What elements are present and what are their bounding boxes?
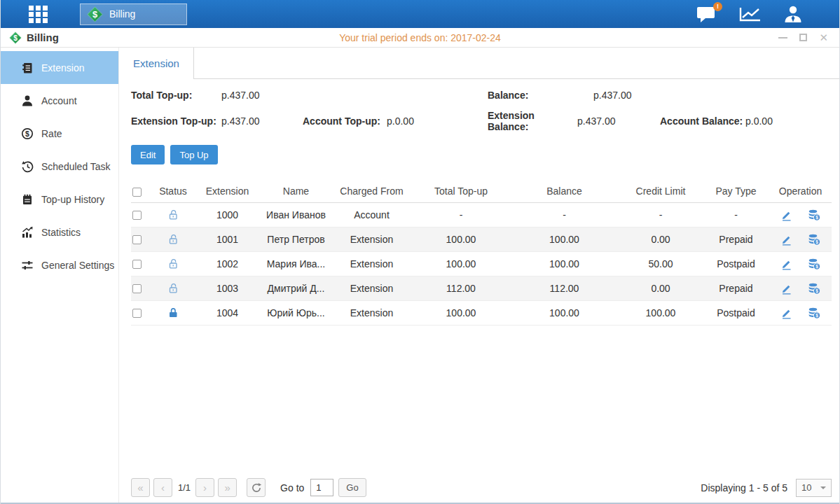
edit-row-icon[interactable] xyxy=(780,282,793,295)
app-tab-billing[interactable]: Billing xyxy=(80,4,187,25)
account-topup-label: Account Top-up: xyxy=(303,115,387,127)
tab-strip: Extension xyxy=(119,48,840,79)
col-status: Status xyxy=(152,181,194,202)
topup-row-icon[interactable] xyxy=(808,233,820,246)
col-total-topup: Total Top-up xyxy=(412,181,510,202)
cell-balance: 112.00 xyxy=(510,276,619,300)
page-indicator: 1/1 xyxy=(178,482,191,493)
edit-row-icon[interactable] xyxy=(780,258,793,270)
col-extension: Extension xyxy=(194,181,261,202)
cell-credit-limit: - xyxy=(619,202,703,227)
cell-name: Петр Петров xyxy=(261,227,331,251)
topup-row-icon[interactable] xyxy=(808,258,820,270)
table-header-row: Status Extension Name Charged From Total… xyxy=(131,181,832,202)
lock-open-icon[interactable] xyxy=(167,258,179,270)
window-title: Billing xyxy=(27,31,59,43)
lock-closed-icon[interactable] xyxy=(167,307,179,319)
topup-row-icon[interactable] xyxy=(808,282,820,295)
sidebar-item-statistics[interactable]: Statistics xyxy=(1,216,118,248)
displaying-status: Displaying 1 - 5 of 5 xyxy=(701,482,787,493)
sidebar-item-label: Account xyxy=(41,95,77,106)
cell-total-topup: - xyxy=(412,202,510,227)
topup-row-icon[interactable] xyxy=(808,209,820,221)
cell-name: Юрий Юрь... xyxy=(261,300,331,325)
lock-open-icon[interactable] xyxy=(167,209,179,221)
account-balance-label: Account Balance: xyxy=(660,115,745,127)
sidebar-item-extension[interactable]: Extension xyxy=(1,51,118,84)
sidebar-item-label: General Settings xyxy=(41,260,114,271)
col-credit-limit: Credit Limit xyxy=(619,181,703,202)
edit-row-icon[interactable] xyxy=(780,209,793,221)
tab-strip-filler xyxy=(194,48,840,79)
edit-row-icon[interactable] xyxy=(780,307,793,319)
minimize-icon[interactable] xyxy=(778,33,787,43)
goto-page-input[interactable] xyxy=(310,479,333,496)
page-size-select[interactable]: 10 xyxy=(796,479,832,497)
row-checkbox[interactable] xyxy=(132,284,142,293)
last-page-button[interactable]: » xyxy=(218,478,237,497)
extension-book-icon xyxy=(21,62,34,74)
go-button[interactable]: Go xyxy=(338,478,366,497)
chevron-down-icon xyxy=(820,486,826,492)
edit-row-icon[interactable] xyxy=(780,233,793,246)
table-row: 1002 Мария Ива... Extension 100.00 100.0… xyxy=(131,251,832,276)
maximize-icon[interactable] xyxy=(799,33,807,43)
cell-extension: 1001 xyxy=(194,227,261,251)
cell-total-topup: 100.00 xyxy=(412,227,510,251)
cell-credit-limit: 0.00 xyxy=(619,276,703,300)
top-up-button[interactable]: Top Up xyxy=(170,145,217,164)
billing-diamond-icon xyxy=(9,31,22,44)
sidebar-item-label: Extension xyxy=(41,62,84,74)
total-topup-value: p.437.00 xyxy=(221,90,303,101)
cell-total-topup: 112.00 xyxy=(412,276,510,300)
sidebar-item-account[interactable]: Account xyxy=(1,84,118,117)
sidebar-item-rate[interactable]: Rate xyxy=(1,117,118,150)
notifications-icon[interactable]: ! xyxy=(696,6,717,23)
sidebar-item-general-settings[interactable]: General Settings xyxy=(1,248,118,281)
lock-open-icon[interactable] xyxy=(167,233,179,246)
row-checkbox[interactable] xyxy=(132,211,142,220)
billing-diamond-icon xyxy=(87,6,103,22)
notepad-icon xyxy=(21,193,34,206)
topup-row-icon[interactable] xyxy=(808,307,820,319)
cell-charged-from: Extension xyxy=(331,276,412,300)
cell-credit-limit: 100.00 xyxy=(619,300,703,325)
balance-label: Balance: xyxy=(488,90,577,101)
dollar-circle-icon xyxy=(21,127,34,140)
cell-pay-type: Postpaid xyxy=(703,251,769,276)
tab-extension[interactable]: Extension xyxy=(119,48,194,79)
apps-grid-icon[interactable] xyxy=(27,5,49,24)
cell-pay-type: Prepaid xyxy=(703,227,769,251)
cell-balance: 100.00 xyxy=(510,227,619,251)
trial-notice: Your trial period ends on: 2017-02-24 xyxy=(339,32,501,43)
cell-charged-from: Extension xyxy=(331,300,412,325)
close-icon[interactable]: ✕ xyxy=(819,33,828,43)
extension-balance-value: p.437.00 xyxy=(577,115,660,127)
sidebar-item-label: Statistics xyxy=(41,227,81,238)
clock-history-icon xyxy=(21,160,34,173)
row-checkbox[interactable] xyxy=(132,235,142,244)
prev-page-button[interactable]: ‹ xyxy=(153,478,172,497)
cell-balance: - xyxy=(510,202,619,227)
sidebar-item-label: Top-up History xyxy=(41,194,104,205)
user-account-icon[interactable] xyxy=(783,5,803,23)
cell-pay-type: Prepaid xyxy=(703,276,769,300)
top-bar: Billing ! xyxy=(1,0,839,28)
row-checkbox[interactable] xyxy=(132,260,142,269)
table-row: 1000 Иван Иванов Account - - - - xyxy=(131,202,832,227)
select-all-checkbox[interactable] xyxy=(132,188,142,197)
col-operation: Operation xyxy=(769,181,832,202)
reports-chart-icon[interactable] xyxy=(738,6,762,23)
extensions-table: Status Extension Name Charged From Total… xyxy=(131,181,832,326)
col-pay-type: Pay Type xyxy=(703,181,769,202)
edit-button[interactable]: Edit xyxy=(131,145,165,164)
row-checkbox[interactable] xyxy=(132,309,142,318)
sidebar-item-scheduled-task[interactable]: Scheduled Task xyxy=(1,150,118,183)
next-page-button[interactable]: › xyxy=(195,478,214,497)
cell-credit-limit: 0.00 xyxy=(619,227,703,251)
sidebar-item-topup-history[interactable]: Top-up History xyxy=(1,183,118,216)
first-page-button[interactable]: « xyxy=(131,478,150,497)
lock-open-icon[interactable] xyxy=(167,282,179,295)
refresh-button[interactable] xyxy=(247,478,266,497)
table-row: 1001 Петр Петров Extension 100.00 100.00… xyxy=(131,227,832,251)
